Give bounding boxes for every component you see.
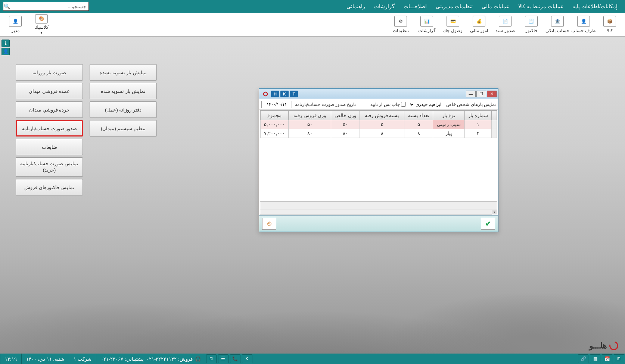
invoice-icon: 🧾 [525, 16, 538, 27]
col-sold-packs[interactable]: بسته فروش رفته [360, 111, 404, 120]
tray-phone-icon[interactable]: 📞 [230, 354, 240, 363]
tray-cal3-icon[interactable]: 🗓 [206, 354, 217, 363]
tool-finance[interactable]: 💰امور مالي [466, 14, 492, 35]
menu-reports[interactable]: گزارشات [370, 3, 399, 9]
person-dropdown[interactable]: ابراهيم حيدري [409, 101, 443, 108]
shortcut-h[interactable]: H [271, 91, 279, 97]
grid-footer [260, 201, 497, 210]
label-date: تاريخ صدور صورت حساب/بارنامه [295, 102, 356, 107]
dialog-button-bar: ⎋ ✔ [259, 215, 498, 232]
tool-label: وصول چك [443, 28, 462, 33]
menu-corrections[interactable]: اصلاحـــات [399, 3, 431, 9]
table-row[interactable]: ۱ سيب زميني ۵ ۵ ۵۰ ۵۰ ۵,۰۰۰,۰۰۰ [261, 120, 497, 129]
btn-system-config[interactable]: تنظيم سيستم (ميدان) [90, 120, 157, 136]
doc-icon: 📄 [499, 16, 511, 27]
tool-invoice[interactable]: 🧾فاكتور [518, 14, 544, 35]
box-icon: 📦 [603, 16, 616, 27]
confirm-button[interactable]: ✔ [481, 218, 495, 230]
col-total[interactable]: مجموع [261, 111, 289, 120]
tray-cal2-icon[interactable]: 📅 [602, 354, 612, 363]
headset-icon: 🎧 [195, 356, 201, 362]
col-net-weight[interactable]: وزن خالص [331, 111, 360, 120]
tray-share-icon[interactable]: 🔗 [578, 354, 588, 363]
tool-label: طرف حساب [571, 28, 596, 33]
panel-column-2: نمايش بار تسويه نشده نمايش بار تسويه شده… [90, 64, 157, 195]
tool-reports[interactable]: 📊گزارشات [414, 14, 440, 35]
col-load-no[interactable]: شماره بار [464, 111, 491, 120]
report-icon: 📊 [420, 16, 433, 27]
tool-theme[interactable]: 🎨كلاسيك▾ [28, 14, 55, 35]
loads-table: شماره بار نوع بار تعداد بسته بسته فروش ر… [260, 111, 497, 138]
search-box: 🔍 [3, 2, 89, 11]
tool-label: گزارشات [418, 28, 436, 33]
tool-label: كلاسيك [35, 25, 49, 30]
brand-text: هلـــو [589, 341, 607, 351]
brand-logo: هلـــو [589, 341, 618, 351]
tool-cheque[interactable]: 💳وصول چك [440, 14, 466, 35]
table-row[interactable]: ۲ پياز ۸ ۸ ۸۰ ۸۰ ۷,۲۰۰,۰۰۰ [261, 129, 497, 138]
panel-column-1: صورت بار روزانه عمده فروشي ميدان خرده فر… [16, 64, 83, 195]
menu-basics[interactable]: إمكانات/اطلاعات پايه [568, 3, 622, 9]
holoo-logo-icon [608, 340, 620, 352]
user-icon: 👤 [9, 16, 22, 27]
btn-show-bill[interactable]: نمايش صورت حساب/بارنامه (خريد) [16, 157, 83, 177]
btn-waste[interactable]: ضايعات [16, 139, 83, 155]
print-after-confirm[interactable]: چاپ پس از تاييد [370, 102, 406, 107]
info-icon[interactable]: ℹ [1, 40, 10, 47]
tray-list-icon[interactable]: ☰ [218, 354, 228, 363]
grid-empty-area[interactable] [260, 138, 497, 201]
tool-settings[interactable]: ⚙تنظيمات [388, 14, 414, 35]
support-label: پشتيباني: [125, 356, 144, 362]
minimize-button[interactable]: — [466, 91, 476, 97]
btn-daily-load[interactable]: صورت بار روزانه [16, 64, 83, 81]
dialog-titlebar[interactable]: H K T — ☐ ✕ [259, 89, 498, 99]
shortcut-k[interactable]: K [280, 91, 289, 97]
btn-retail[interactable]: خرده فروشي ميدان [16, 101, 83, 118]
status-sales: 🎧 فروش: ۰۲۱-۲۲۲۲۱۱۴۲ پشتيباني: ۰۲۱-۲۳۰۶۷ [96, 354, 205, 364]
tool-label: امور مالي [470, 28, 488, 33]
tray-grid-icon[interactable]: ▦ [590, 354, 600, 363]
theme-icon: 🎨 [35, 14, 48, 23]
print-checkbox[interactable] [401, 102, 406, 107]
user-card-icon[interactable]: 👤 [1, 48, 10, 55]
tool-issue-doc[interactable]: 📄صدور سند [492, 14, 518, 35]
btn-unsettled[interactable]: نمايش بار تسويه نشده [90, 64, 157, 81]
menu-mgmt-settings[interactable]: تنظيمات مديريتي [431, 3, 477, 9]
svg-point-0 [264, 92, 267, 96]
chevron-down-icon: ▾ [40, 30, 43, 35]
scroll-down-arrow[interactable]: ▾ [492, 210, 497, 214]
col-load-type[interactable]: نوع بار [433, 111, 464, 120]
close-button[interactable]: ✕ [487, 91, 497, 97]
btn-issue-bill[interactable]: صدور صورت حساب/بارنامه [16, 120, 83, 136]
tool-account-side[interactable]: 👤طرف حساب [570, 14, 597, 35]
col-sold-weight[interactable]: وزن فروش رفته [289, 111, 331, 120]
tool-goods[interactable]: 📦كالا [597, 14, 623, 35]
tool-bank[interactable]: 🏦حساب بانكي [544, 14, 570, 35]
search-input[interactable] [11, 4, 88, 9]
row-marker-col [492, 111, 497, 120]
label-person: نمايش بارهاي شخص خاص [446, 102, 496, 107]
btn-settled[interactable]: نمايش بار تسويه شده [90, 83, 157, 99]
gear-icon: ⚙ [394, 16, 407, 27]
app-logo-icon [262, 91, 269, 97]
btn-wholesale[interactable]: عمده فروشي ميدان [16, 83, 83, 99]
btn-show-invoices[interactable]: نمايش فاكتورهاي فروش [16, 179, 83, 195]
menu-help[interactable]: راهنمائي [342, 3, 370, 9]
col-pack-count[interactable]: تعداد بسته [404, 111, 433, 120]
print-checkbox-label: چاپ پس از تاييد [370, 102, 400, 107]
status-bar: 🗓 📅 ▦ 🔗 K 📞 ☰ 🗓 🎧 فروش: ۰۲۱-۲۲۲۲۱۱۴۲ پشت… [0, 354, 625, 364]
menu-finance-ops[interactable]: عمليات مالي [477, 3, 514, 9]
tool-user[interactable]: 👤مدير [2, 14, 28, 35]
search-icon[interactable]: 🔍 [3, 3, 11, 9]
shortcut-t[interactable]: T [290, 91, 298, 97]
tray-k-icon[interactable]: K [242, 354, 252, 363]
tray-cal1-icon[interactable]: 🗓 [614, 354, 624, 363]
maximize-button[interactable]: ☐ [476, 91, 486, 97]
date-input[interactable] [261, 101, 292, 108]
tool-label: مدير [11, 28, 19, 33]
tool-label: حساب بانكي [545, 28, 569, 33]
btn-daily-book[interactable]: دفتر روزانه (عمل) [90, 101, 157, 118]
exit-button[interactable]: ⎋ [262, 218, 276, 230]
dialog-form-row: نمايش بارهاي شخص خاص ابراهيم حيدري چاپ پ… [259, 99, 498, 110]
menu-goods-ops[interactable]: عمليات مرتبط به كالا [514, 3, 568, 9]
